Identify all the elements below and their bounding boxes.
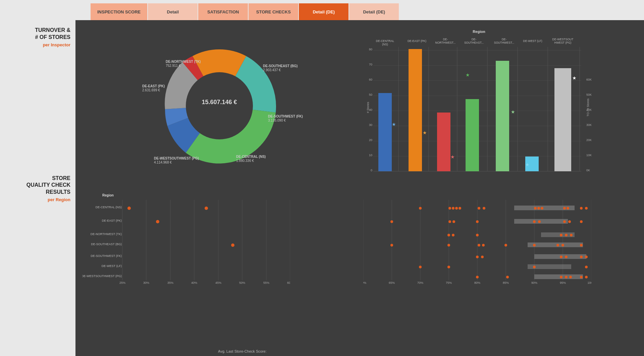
svg-point-123 [538,220,541,223]
bar-southwest [496,61,509,171]
dashboard: 15.607.146 € DE-SOUTHEAST (BG) 2.903.437… [75,20,644,356]
bar-chart-section: Region DE-CENTRAL (NS) DE-EAST (PK) DE- … [362,25,639,186]
svg-text:DE-SOUTHEAST (BG): DE-SOUTHEAST (BG) [91,242,122,246]
svg-point-161 [569,276,572,278]
svg-point-134 [390,244,393,247]
svg-point-156 [476,276,479,278]
svg-text:DE-: DE- [443,38,448,41]
svg-text:50K: 50K [586,93,592,96]
svg-point-154 [533,266,536,268]
svg-text:★: ★ [525,162,530,167]
svg-point-150 [585,256,588,258]
donut-chart: 15.607.146 € DE-SOUTHEAST (BG) 2.903.437… [115,29,323,183]
label-southeast: DE-SOUTHEAST (BG) [263,64,298,68]
svg-point-155 [585,266,588,268]
svg-text:100%: 100% [587,281,591,284]
dot-plot-section: 60% 65% 70% 75% 80% 85% 90% 95% 100% ● [362,190,639,351]
svg-point-151 [419,266,422,268]
svg-text:★: ★ [572,75,577,81]
svg-point-127 [447,234,450,236]
svg-text:60: 60 [369,78,372,81]
svg-point-143 [580,244,583,247]
svg-text:45%: 45% [215,281,221,284]
svg-point-132 [565,234,568,236]
svg-text:DE-CENTRAL (NS): DE-CENTRAL (NS) [96,206,122,209]
svg-point-105 [455,207,458,210]
svg-text:95%: 95% [559,281,566,284]
svg-rect-120 [514,219,568,224]
svg-text:DE-WESTSOUTHWEST (PG): DE-WESTSOUTHWEST (PG) [82,274,122,278]
svg-text:55%: 55% [263,281,269,284]
scatter-region-label: Region [102,193,114,197]
svg-text:60K: 60K [586,78,592,81]
svg-point-118 [448,220,451,223]
svg-point-106 [459,207,461,210]
scatter-chart: Region DE-CENTRAL (NS) DE-EAST (PK) DE-N… [82,191,290,284]
svg-text:40: 40 [369,108,372,112]
tab-satisfaction[interactable]: SATISFACTION [198,3,249,20]
tab-detail-de-light[interactable]: Detail (DE) [349,3,399,20]
svg-text:70%: 70% [417,281,423,284]
svg-text:★: ★ [392,122,396,127]
svg-text:DE-WESTSOUT: DE-WESTSOUT [552,38,573,41]
svg-point-116 [585,207,588,210]
svg-text:DE-: DE- [471,38,476,41]
svg-text:SOUTHEAST...: SOUTHEAST... [464,41,483,44]
svg-point-104 [452,207,454,210]
svg-text:★: ★ [423,130,427,135]
svg-text:HWEST (PG): HWEST (PG) [554,41,571,44]
tab-inspection-score[interactable]: INSPECTION SCORE [91,3,148,20]
label-east: DE-EAST (PK) [142,84,165,88]
scatter-section: Region DE-CENTRAL (NS) DE-EAST (PK) DE-N… [80,190,358,351]
svg-text:35%: 35% [167,281,173,284]
sidebar-subtitle-quality: per Region [5,197,70,202]
svg-point-125 [568,220,571,223]
svg-text:65%: 65% [388,281,394,284]
svg-point-108 [478,207,480,210]
svg-point-1 [186,72,253,139]
svg-rect-130 [541,232,575,237]
svg-text:15.607.146 €: 15.607.146 € [202,99,237,105]
bar-westsw [554,68,571,171]
svg-text:75%: 75% [445,281,451,284]
tab-detail-1[interactable]: Detail [148,3,198,20]
svg-text:60%: 60% [363,281,366,284]
svg-text:40%: 40% [191,281,197,284]
sidebar-title-quality: STOREQUALITY CHECKRESULTS [5,175,70,196]
svg-point-139 [504,244,507,247]
svg-text:★: ★ [511,109,515,115]
tab-store-checks[interactable]: STORE CHECKS [249,3,299,20]
top-navigation: INSPECTION SCORE Detail SATISFACTION STO… [0,0,644,20]
svg-text:2.903.437 €: 2.903.437 € [263,68,281,72]
bar-chart: Region DE-CENTRAL (NS) DE-EAST (PK) DE- … [365,27,593,181]
svg-text:20K: 20K [586,138,592,142]
sidebar-title-turnover: TURNOVER &# OF STORES [5,27,70,41]
svg-text:10: 10 [369,153,372,157]
svg-text:25%: 25% [119,281,125,284]
sidebar-section-quality: STOREQUALITY CHECKRESULTS per Region [5,175,70,202]
svg-text:DE-WEST (LF): DE-WEST (LF) [523,39,542,43]
donut-chart-section: 15.607.146 € DE-SOUTHEAST (BG) 2.903.437… [80,25,358,186]
svg-point-148 [565,256,568,258]
svg-text:(NS): (NS) [382,43,388,46]
svg-point-133 [570,234,573,236]
svg-text:10K: 10K [586,153,592,157]
svg-rect-158 [534,274,583,279]
svg-text:1.880.336 €: 1.880.336 € [236,159,254,163]
tab-detail-de-active[interactable]: Detail (DE) [299,3,349,20]
svg-text:DE-EAST (PK): DE-EAST (PK) [407,39,426,43]
svg-point-137 [482,244,485,247]
svg-point-136 [478,244,480,247]
svg-point-119 [452,220,455,223]
svg-point-113 [563,207,566,210]
svg-text:4.114.968 €: 4.114.968 € [154,161,172,164]
svg-point-140 [533,244,536,247]
svg-text:752.911 €: 752.911 € [166,64,181,68]
svg-text:30%: 30% [143,281,149,284]
svg-text:30K: 30K [586,123,592,127]
svg-text:85%: 85% [502,281,508,284]
svg-point-109 [483,207,485,210]
main-content: TURNOVER &# OF STORES per Inspector STOR… [0,20,644,356]
svg-text:DE-WEST (LF): DE-WEST (LF) [102,264,122,268]
label-northwest: DE-NORTHWEST (TK) [166,60,201,63]
